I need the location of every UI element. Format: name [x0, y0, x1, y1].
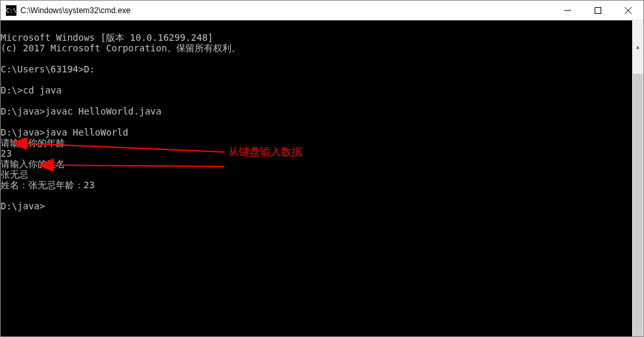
window-titlebar: C:\ C:\Windows\system32\cmd.exe: [1, 1, 643, 20]
terminal-line: 请输入你的姓名: [1, 159, 65, 169]
terminal-output[interactable]: Microsoft Windows [版本 10.0.16299.248] (c…: [1, 20, 643, 336]
close-icon: [625, 7, 632, 14]
terminal-line: (c) 2017 Microsoft Corporation。保留所有权利。: [1, 43, 241, 53]
scrollbar-track[interactable]: [632, 74, 643, 336]
scrollbar-up-arrow[interactable]: ▲: [632, 41, 643, 53]
vertical-scrollbar[interactable]: ▲ ▼: [632, 20, 643, 336]
close-button[interactable]: [613, 1, 643, 20]
annotation-layer: 从键盘输入数据: [1, 20, 643, 336]
maximize-icon: [595, 7, 601, 14]
terminal-line: C:\Users\63194>D:: [1, 64, 95, 74]
window-title: C:\Windows\system32\cmd.exe: [20, 6, 553, 15]
terminal-line: D:\>cd java: [1, 85, 62, 95]
window-controls: [553, 1, 643, 20]
terminal-line: Microsoft Windows [版本 10.0.16299.248]: [1, 32, 213, 43]
minimize-icon: [564, 7, 571, 14]
terminal-line: D:\java>javac HelloWorld.java: [1, 106, 161, 117]
annotation-arrow: [53, 165, 224, 167]
terminal-line: D:\java>: [1, 201, 45, 211]
terminal-line: 23: [1, 148, 12, 159]
maximize-button[interactable]: [583, 1, 613, 20]
terminal-line: 请输入你的年龄: [1, 138, 65, 148]
terminal-line: D:\java>java HelloWorld: [1, 127, 128, 138]
terminal-line: 张无忌: [1, 169, 28, 180]
svg-rect-1: [595, 8, 601, 14]
terminal-line: 姓名：张无忌年龄：23: [1, 180, 95, 190]
annotation-label: 从键盘输入数据: [228, 147, 302, 157]
minimize-button[interactable]: [553, 1, 583, 20]
cmd-icon: C:\: [6, 5, 16, 16]
scrollbar-thumb[interactable]: [633, 74, 643, 336]
